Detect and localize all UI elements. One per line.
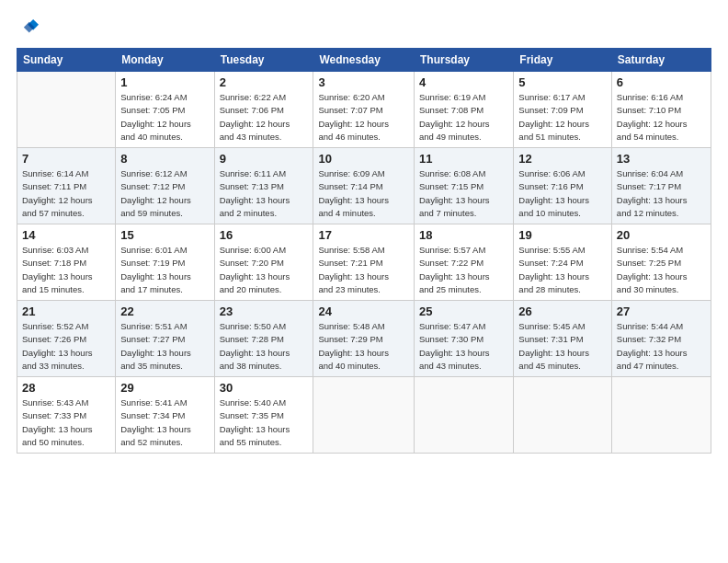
day-number: 26 (518, 304, 607, 318)
day-number: 4 (419, 75, 508, 89)
day-info: Sunrise: 5:58 AM Sunset: 7:21 PM Dayligh… (318, 244, 409, 296)
day-number: 6 (617, 75, 706, 89)
day-number: 27 (617, 304, 706, 318)
calendar-cell: 5Sunrise: 6:17 AM Sunset: 7:09 PM Daylig… (514, 72, 612, 148)
calendar-cell: 10Sunrise: 6:09 AM Sunset: 7:14 PM Dayli… (313, 148, 415, 224)
day-number: 23 (220, 304, 309, 318)
day-number: 21 (22, 304, 110, 318)
day-info: Sunrise: 6:08 AM Sunset: 7:15 PM Dayligh… (419, 167, 508, 220)
day-number: 5 (518, 75, 607, 89)
calendar-cell: 27Sunrise: 5:44 AM Sunset: 7:32 PM Dayli… (611, 301, 711, 377)
day-number: 8 (120, 152, 209, 166)
day-number: 3 (318, 75, 409, 89)
day-info: Sunrise: 6:16 AM Sunset: 7:10 PM Dayligh… (617, 91, 706, 144)
calendar-cell: 23Sunrise: 5:50 AM Sunset: 7:28 PM Dayli… (214, 301, 313, 377)
calendar-cell: 17Sunrise: 5:58 AM Sunset: 7:21 PM Dayli… (313, 224, 415, 301)
day-info: Sunrise: 6:09 AM Sunset: 7:14 PM Dayligh… (318, 167, 409, 220)
day-info: Sunrise: 5:50 AM Sunset: 7:28 PM Dayligh… (220, 320, 309, 373)
calendar-cell: 13Sunrise: 6:04 AM Sunset: 7:17 PM Dayli… (611, 148, 711, 224)
calendar-cell: 12Sunrise: 6:06 AM Sunset: 7:16 PM Dayli… (514, 148, 612, 224)
day-info: Sunrise: 6:24 AM Sunset: 7:05 PM Dayligh… (120, 91, 209, 144)
calendar-cell: 3Sunrise: 6:20 AM Sunset: 7:07 PM Daylig… (313, 72, 415, 148)
day-info: Sunrise: 6:11 AM Sunset: 7:13 PM Dayligh… (220, 167, 309, 220)
calendar-cell: 11Sunrise: 6:08 AM Sunset: 7:15 PM Dayli… (415, 148, 514, 224)
day-info: Sunrise: 5:45 AM Sunset: 7:31 PM Dayligh… (518, 320, 607, 373)
day-info: Sunrise: 5:44 AM Sunset: 7:32 PM Dayligh… (617, 320, 706, 373)
day-number: 16 (220, 228, 309, 242)
col-header-saturday: Saturday (611, 49, 711, 72)
day-number: 22 (120, 304, 209, 318)
day-info: Sunrise: 6:20 AM Sunset: 7:07 PM Dayligh… (318, 91, 409, 144)
calendar-cell: 9Sunrise: 6:11 AM Sunset: 7:13 PM Daylig… (214, 148, 313, 224)
calendar-cell: 19Sunrise: 5:55 AM Sunset: 7:24 PM Dayli… (514, 224, 612, 301)
day-info: Sunrise: 6:14 AM Sunset: 7:11 PM Dayligh… (22, 167, 110, 220)
day-number: 9 (220, 152, 309, 166)
calendar-cell: 26Sunrise: 5:45 AM Sunset: 7:31 PM Dayli… (514, 301, 612, 377)
day-number: 25 (419, 304, 508, 318)
col-header-sunday: Sunday (17, 49, 116, 72)
day-info: Sunrise: 5:52 AM Sunset: 7:26 PM Dayligh… (22, 320, 110, 373)
day-number: 17 (318, 228, 409, 242)
day-number: 19 (518, 228, 607, 242)
day-info: Sunrise: 5:57 AM Sunset: 7:22 PM Dayligh… (419, 244, 508, 296)
calendar-cell: 16Sunrise: 6:00 AM Sunset: 7:20 PM Dayli… (214, 224, 313, 301)
calendar-cell: 29Sunrise: 5:41 AM Sunset: 7:34 PM Dayli… (116, 377, 214, 454)
calendar-cell: 7Sunrise: 6:14 AM Sunset: 7:11 PM Daylig… (17, 148, 116, 224)
calendar-cell: 15Sunrise: 6:01 AM Sunset: 7:19 PM Dayli… (116, 224, 214, 301)
day-info: Sunrise: 6:12 AM Sunset: 7:12 PM Dayligh… (120, 167, 209, 220)
logo (17, 17, 42, 39)
day-info: Sunrise: 5:55 AM Sunset: 7:24 PM Dayligh… (518, 244, 607, 296)
calendar-cell (611, 377, 711, 454)
day-info: Sunrise: 6:03 AM Sunset: 7:18 PM Dayligh… (22, 244, 110, 296)
calendar-cell (17, 72, 116, 148)
day-number: 29 (120, 381, 209, 395)
day-info: Sunrise: 6:06 AM Sunset: 7:16 PM Dayligh… (518, 167, 607, 220)
day-info: Sunrise: 6:01 AM Sunset: 7:19 PM Dayligh… (120, 244, 209, 296)
day-number: 28 (22, 381, 110, 395)
calendar-cell (415, 377, 514, 454)
day-info: Sunrise: 6:04 AM Sunset: 7:17 PM Dayligh… (617, 167, 706, 220)
col-header-friday: Friday (514, 49, 612, 72)
day-info: Sunrise: 5:43 AM Sunset: 7:33 PM Dayligh… (22, 396, 110, 449)
calendar-cell: 2Sunrise: 6:22 AM Sunset: 7:06 PM Daylig… (214, 72, 313, 148)
calendar-cell: 22Sunrise: 5:51 AM Sunset: 7:27 PM Dayli… (116, 301, 214, 377)
calendar-cell: 6Sunrise: 6:16 AM Sunset: 7:10 PM Daylig… (611, 72, 711, 148)
calendar-cell: 4Sunrise: 6:19 AM Sunset: 7:08 PM Daylig… (415, 72, 514, 148)
calendar-cell: 21Sunrise: 5:52 AM Sunset: 7:26 PM Dayli… (17, 301, 116, 377)
calendar-cell: 25Sunrise: 5:47 AM Sunset: 7:30 PM Dayli… (415, 301, 514, 377)
calendar-cell (514, 377, 612, 454)
header (17, 17, 711, 39)
day-info: Sunrise: 5:51 AM Sunset: 7:27 PM Dayligh… (120, 320, 209, 373)
day-number: 30 (220, 381, 309, 395)
day-number: 15 (120, 228, 209, 242)
day-info: Sunrise: 5:48 AM Sunset: 7:29 PM Dayligh… (318, 320, 409, 373)
day-number: 12 (518, 152, 607, 166)
calendar-cell: 30Sunrise: 5:40 AM Sunset: 7:35 PM Dayli… (214, 377, 313, 454)
page: SundayMondayTuesdayWednesdayThursdayFrid… (0, 0, 728, 563)
col-header-tuesday: Tuesday (214, 49, 313, 72)
col-header-wednesday: Wednesday (313, 49, 415, 72)
day-number: 7 (22, 152, 110, 166)
day-number: 2 (220, 75, 309, 89)
day-number: 24 (318, 304, 409, 318)
day-info: Sunrise: 6:19 AM Sunset: 7:08 PM Dayligh… (419, 91, 508, 144)
col-header-thursday: Thursday (415, 49, 514, 72)
day-info: Sunrise: 5:41 AM Sunset: 7:34 PM Dayligh… (120, 396, 209, 449)
calendar-table: SundayMondayTuesdayWednesdayThursdayFrid… (17, 48, 711, 454)
calendar-cell: 28Sunrise: 5:43 AM Sunset: 7:33 PM Dayli… (17, 377, 116, 454)
calendar-cell: 14Sunrise: 6:03 AM Sunset: 7:18 PM Dayli… (17, 224, 116, 301)
day-info: Sunrise: 6:00 AM Sunset: 7:20 PM Dayligh… (220, 244, 309, 296)
day-number: 18 (419, 228, 508, 242)
day-number: 11 (419, 152, 508, 166)
day-info: Sunrise: 5:54 AM Sunset: 7:25 PM Dayligh… (617, 244, 706, 296)
calendar-cell: 18Sunrise: 5:57 AM Sunset: 7:22 PM Dayli… (415, 224, 514, 301)
day-number: 10 (318, 152, 409, 166)
day-number: 1 (120, 75, 209, 89)
calendar-cell: 24Sunrise: 5:48 AM Sunset: 7:29 PM Dayli… (313, 301, 415, 377)
day-info: Sunrise: 6:22 AM Sunset: 7:06 PM Dayligh… (220, 91, 309, 144)
calendar-cell (313, 377, 415, 454)
day-info: Sunrise: 5:47 AM Sunset: 7:30 PM Dayligh… (419, 320, 508, 373)
day-info: Sunrise: 6:17 AM Sunset: 7:09 PM Dayligh… (518, 91, 607, 144)
day-number: 13 (617, 152, 706, 166)
day-number: 20 (617, 228, 706, 242)
